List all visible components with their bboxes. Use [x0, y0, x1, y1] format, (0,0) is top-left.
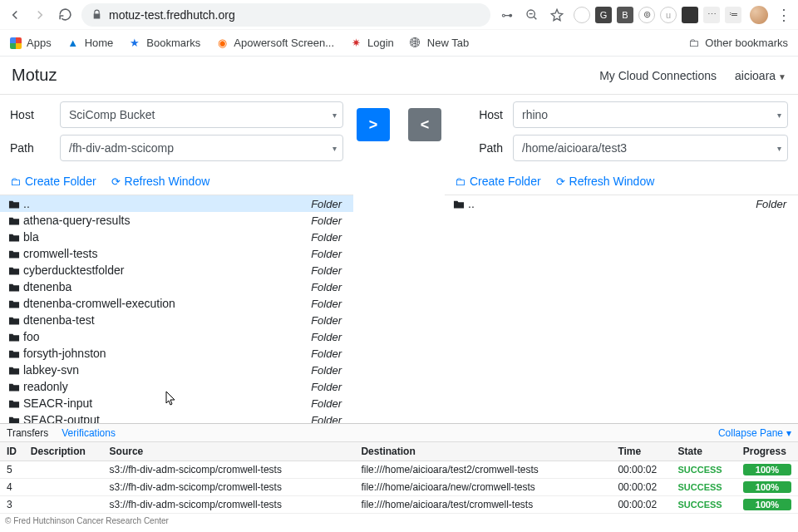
file-row[interactable]: cyberducktestfolderFolder [0, 262, 353, 278]
chevron-down-icon: ▾ [786, 427, 791, 439]
host-select[interactable] [513, 101, 788, 128]
file-name: foo [23, 330, 311, 343]
login-icon: ✷ [349, 37, 362, 50]
file-row[interactable]: ..Folder [445, 195, 798, 212]
star-icon[interactable] [549, 7, 565, 23]
bookmarks-bar: Apps ▲ Home ★ Bookmarks ◉ Apowersoft Scr… [0, 30, 798, 57]
bookmark-apowersoft[interactable]: ◉ Apowersoft Screen... [215, 37, 334, 50]
refresh-label: Refresh Window [125, 175, 210, 188]
refresh-button[interactable]: ⟳ Refresh Window [556, 175, 655, 188]
user-name: aicioara [735, 69, 776, 82]
file-name: .. [468, 197, 756, 210]
ext-icon-2[interactable]: G [595, 7, 612, 23]
bookmark-login[interactable]: ✷ Login [349, 37, 394, 50]
profile-avatar[interactable] [750, 6, 768, 24]
file-row[interactable]: SEACR-outputFolder [0, 411, 353, 423]
ext-icon-6[interactable] [682, 7, 698, 23]
th-destination[interactable]: Destination [354, 442, 611, 461]
cell-description [24, 496, 103, 514]
transfer-row[interactable]: 5s3://fh-div-adm-scicomp/cromwell-testsf… [0, 461, 798, 479]
other-bookmarks[interactable]: 🗀 Other bookmarks [687, 37, 788, 50]
th-time[interactable]: Time [611, 442, 671, 461]
file-name: forsyth-johnston [23, 347, 311, 360]
cell-time: 00:00:02 [611, 496, 671, 514]
host-select[interactable] [60, 101, 343, 128]
folder-icon [8, 316, 23, 325]
file-row[interactable]: labkey-svnFolder [0, 362, 353, 378]
file-name: athena-query-results [23, 214, 311, 227]
create-folder-button[interactable]: 🗀 Create Folder [10, 175, 96, 188]
bookmark-bookmarks[interactable]: ★ Bookmarks [128, 37, 200, 50]
file-type: Folder [311, 331, 345, 343]
bookmark-label: Login [367, 37, 394, 49]
transfer-right-button[interactable]: > [357, 108, 390, 141]
th-progress[interactable]: Progress [736, 442, 798, 461]
file-row[interactable]: readonlyFolder [0, 378, 353, 395]
transfer-row[interactable]: 3s3://fh-div-adm-scicomp/cromwell-testsf… [0, 496, 798, 514]
azure-icon: ▲ [66, 37, 80, 50]
file-row[interactable]: blaFolder [0, 229, 353, 245]
path-input[interactable] [513, 135, 788, 161]
ext-icon-8[interactable]: ≔ [725, 7, 741, 23]
th-source[interactable]: Source [103, 442, 355, 461]
right-file-list[interactable]: ..Folder [445, 195, 798, 423]
collapse-pane-button[interactable]: Collapse Pane ▾ [718, 427, 791, 439]
ext-icon-4[interactable]: ⊚ [638, 7, 655, 23]
ext-icon-5[interactable]: u [660, 7, 677, 23]
file-type: Folder [311, 314, 345, 327]
cell-destination: file:///home/aicioara/test/cromwell-test… [354, 496, 611, 514]
path-input[interactable] [60, 135, 343, 161]
th-description[interactable]: Description [24, 442, 103, 461]
file-type: Folder [311, 214, 345, 227]
bookmark-apps[interactable]: Apps [10, 37, 52, 49]
transfer-left-button[interactable]: < [408, 108, 441, 141]
file-row[interactable]: fooFolder [0, 328, 353, 345]
tab-transfers[interactable]: Transfers [7, 427, 48, 439]
key-icon[interactable]: ⊶ [499, 7, 515, 23]
browser-menu-icon[interactable]: ⋮ [776, 6, 791, 24]
file-row[interactable]: forsyth-johnstonFolder [0, 345, 353, 362]
bookmark-newtab[interactable]: 🌐︎ New Tab [409, 37, 469, 50]
create-folder-button[interactable]: 🗀 Create Folder [455, 175, 541, 188]
file-type: Folder [311, 248, 345, 260]
forward-button[interactable] [32, 7, 48, 23]
refresh-icon: ⟳ [556, 175, 565, 188]
left-file-list[interactable]: ..Folderathena-query-resultsFolderblaFol… [0, 195, 353, 423]
refresh-label: Refresh Window [569, 175, 655, 188]
file-row[interactable]: dtenenba-cromwell-executionFolder [0, 295, 353, 312]
tab-verifications[interactable]: Verifications [62, 427, 116, 439]
ext-icon-1[interactable] [574, 7, 590, 23]
cell-id: 4 [0, 479, 24, 496]
right-pane: Host ▾ Path ▾ 🗀 Create Folder ⟳ [445, 95, 798, 423]
file-name: dtenenba [23, 280, 311, 293]
file-row[interactable]: athena-query-resultsFolder [0, 212, 353, 229]
bookmark-home[interactable]: ▲ Home [66, 37, 114, 50]
file-row[interactable]: dtenenbaFolder [0, 278, 353, 295]
file-row[interactable]: SEACR-inputFolder [0, 395, 353, 411]
file-row[interactable]: ..Folder [0, 195, 353, 212]
transfer-row[interactable]: 4s3://fh-div-adm-scicomp/cromwell-testsf… [0, 479, 798, 496]
cell-id: 3 [0, 496, 24, 514]
file-name: dtenenba-cromwell-execution [23, 297, 311, 310]
cell-source: s3://fh-div-adm-scicomp/cromwell-tests [103, 496, 355, 514]
user-menu[interactable]: aicioara▼ [735, 69, 786, 82]
collapse-label: Collapse Pane [718, 427, 783, 439]
file-type: Folder [311, 264, 345, 277]
th-id[interactable]: ID [0, 442, 24, 461]
zoom-icon[interactable] [524, 7, 540, 23]
address-bar[interactable]: motuz-test.fredhutch.org [81, 3, 490, 27]
file-row[interactable]: cromwell-testsFolder [0, 245, 353, 262]
cell-description [24, 479, 103, 496]
ext-icon-3[interactable]: B [617, 7, 633, 23]
refresh-button[interactable]: ⟳ Refresh Window [111, 175, 210, 188]
ext-icon-7[interactable]: ⋯ [703, 7, 720, 23]
host-label: Host [455, 108, 513, 121]
reload-button[interactable] [57, 7, 73, 23]
cell-progress: 100% [736, 461, 798, 479]
cell-source: s3://fh-div-adm-scicomp/cromwell-tests [103, 479, 355, 496]
file-row[interactable]: dtenenba-testFolder [0, 312, 353, 328]
cloud-connections-link[interactable]: My Cloud Connections [599, 69, 717, 82]
th-state[interactable]: State [672, 442, 736, 461]
back-button[interactable] [7, 7, 23, 23]
folder-icon [8, 216, 23, 225]
